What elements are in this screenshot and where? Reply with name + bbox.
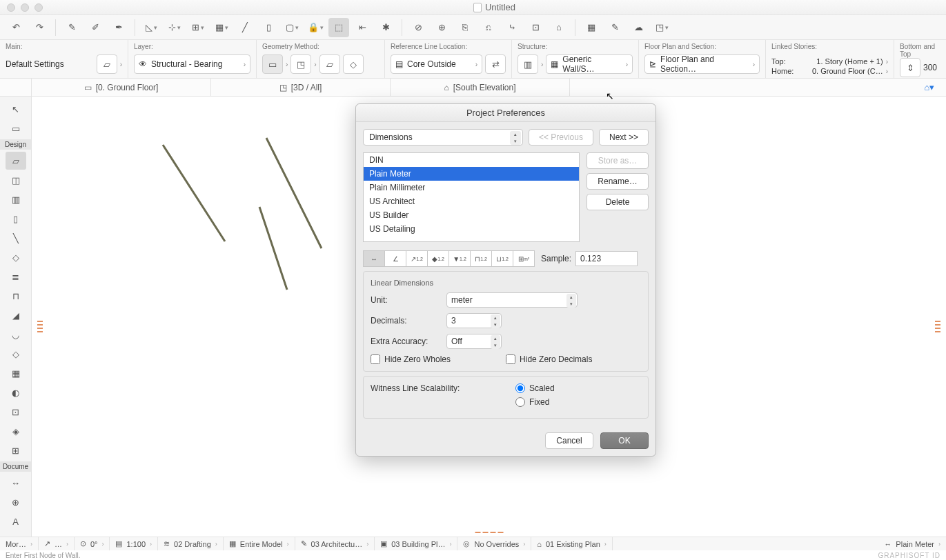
unit-select[interactable]: meter▴▾ — [446, 292, 578, 308]
witness-label: Witness Line Scalability: — [371, 383, 515, 411]
rename-button[interactable]: Rename… — [587, 173, 649, 190]
list-item[interactable]: DIN — [364, 153, 579, 167]
delete-button[interactable]: Delete — [587, 194, 649, 210]
fixed-radio[interactable]: Fixed — [515, 397, 555, 407]
dimtab-window[interactable]: ⊔1.2 — [491, 250, 513, 267]
standards-listbox[interactable]: DIN Plain Meter Plain Millimeter US Arch… — [363, 152, 580, 242]
modal-overlay: Project Preferences Dimensions ▴▾ << Pre… — [0, 0, 946, 560]
category-value: Dimensions — [369, 132, 413, 142]
dimtab-level[interactable]: ◆1.2 — [427, 250, 449, 267]
decimals-select[interactable]: 3▴▾ — [446, 313, 502, 328]
cancel-button[interactable]: Cancel — [545, 432, 593, 449]
next-button[interactable]: Next >> — [599, 129, 649, 146]
dimtab-linear[interactable]: ↔ — [363, 250, 385, 267]
stepper-icon: ▴▾ — [510, 131, 521, 145]
list-item[interactable]: US Builder — [364, 208, 579, 222]
list-item[interactable]: Plain Meter — [364, 167, 579, 181]
list-item[interactable]: Plain Millimeter — [364, 181, 579, 194]
extra-value: Off — [451, 337, 462, 346]
decimals-label: Decimals: — [371, 316, 446, 326]
dimtab-door[interactable]: ⊓1.2 — [470, 250, 492, 267]
extra-accuracy-label: Extra Accuracy: — [371, 337, 446, 346]
project-preferences-dialog: Project Preferences Dimensions ▴▾ << Pre… — [355, 103, 656, 457]
linear-dimensions-title: Linear Dimensions — [371, 279, 641, 287]
ok-button[interactable]: OK — [600, 432, 649, 449]
dimtab-area[interactable]: ⊞m² — [513, 250, 535, 267]
list-item[interactable]: US Detailing — [364, 222, 579, 236]
sample-label: Sample: — [541, 254, 571, 263]
category-select[interactable]: Dimensions ▴▾ — [363, 129, 523, 146]
hide-zero-wholes-checkbox[interactable]: Hide Zero Wholes — [371, 354, 451, 364]
sample-value: 0.123 — [575, 251, 638, 266]
extra-accuracy-select[interactable]: Off▴▾ — [446, 334, 502, 349]
unit-label: Unit: — [371, 295, 446, 305]
dialog-title: Project Preferences — [356, 104, 656, 122]
dimtab-angular[interactable]: ∠ — [384, 250, 406, 267]
unit-value: meter — [451, 295, 473, 305]
store-as-button[interactable]: Store as… — [587, 152, 649, 169]
dimtab-radial[interactable]: ↗1.2 — [406, 250, 428, 267]
hide-zero-decimals-checkbox[interactable]: Hide Zero Decimals — [506, 354, 592, 364]
list-item[interactable]: US Architect — [364, 194, 579, 208]
previous-button[interactable]: << Previous — [529, 129, 593, 146]
decimals-value: 3 — [451, 316, 456, 326]
scaled-radio[interactable]: Scaled — [515, 383, 555, 393]
dimtab-elevation[interactable]: ▼1.2 — [449, 250, 471, 267]
